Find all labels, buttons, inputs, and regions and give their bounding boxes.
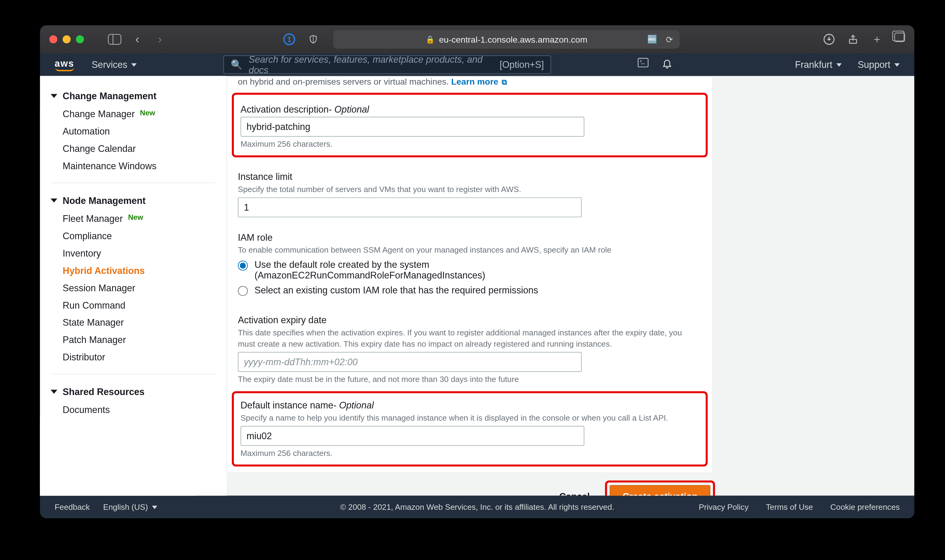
sidebar-item-automation[interactable]: Automation (40, 123, 226, 140)
forward-icon[interactable]: › (151, 31, 169, 48)
chevron-down-icon (131, 63, 137, 66)
default-instance-name-hint: Maximum 256 characters. (240, 448, 699, 458)
sidebar-item-run-command[interactable]: Run Command (40, 297, 226, 314)
sidebar-item-maintenance-windows[interactable]: Maintenance Windows (40, 157, 226, 175)
tab-overview-icon[interactable] (894, 32, 905, 42)
instance-limit-input[interactable] (238, 197, 582, 217)
global-search[interactable]: 🔍 Search for services, features, marketp… (223, 55, 551, 74)
privacy-shield-icon[interactable] (304, 31, 322, 48)
sidebar-item-change-manager[interactable]: Change Manager New (40, 105, 226, 123)
cookie-preferences-link[interactable]: Cookie preferences (830, 503, 900, 512)
optional-tag: Optional (332, 104, 369, 114)
new-badge: New (128, 213, 143, 221)
sidebar-item-label: Session Manager (63, 282, 135, 293)
share-icon[interactable] (846, 32, 860, 46)
feedback-link[interactable]: Feedback (54, 503, 89, 512)
sidebar-item-fleet-manager[interactable]: Fleet Manager New (40, 210, 226, 227)
sidebar-item-label: State Manager (63, 317, 124, 328)
sidebar-section-change-management[interactable]: Change Management (40, 87, 226, 105)
expiry-help: This date specifies when the activation … (238, 328, 697, 349)
sidebar-item-hybrid-activations[interactable]: Hybrid Activations (40, 262, 226, 279)
radio-label-line2: (AmazonEC2RunCommandRoleForManagedInstan… (254, 270, 485, 281)
sidebar-item-documents[interactable]: Documents (40, 401, 226, 418)
sidebar-item-label: Fleet Manager (63, 213, 123, 224)
sidebar-item-session-manager[interactable]: Session Manager (40, 279, 226, 297)
sidebar-item-label: Distributor (63, 352, 105, 363)
cancel-button[interactable]: Cancel (550, 486, 599, 496)
sidebar-item-patch-manager[interactable]: Patch Manager (40, 331, 226, 348)
search-placeholder: Search for services, features, marketpla… (249, 54, 500, 75)
region-label: Frankfurt (795, 59, 833, 70)
iam-role-radio-custom[interactable] (238, 286, 248, 296)
sidebar-divider (51, 183, 216, 183)
instance-limit-help: Specify the total number of servers and … (238, 184, 702, 194)
maximize-window-icon[interactable] (76, 35, 84, 43)
notifications-icon[interactable] (662, 58, 673, 71)
minimize-window-icon[interactable] (63, 35, 71, 43)
chevron-down-icon (51, 390, 57, 394)
field-label-text: Default instance name- (240, 400, 336, 410)
iam-role-radio-default[interactable] (238, 261, 248, 271)
iam-role-option-custom[interactable]: Select an existing custom IAM role that … (238, 285, 702, 296)
sidebar-item-compliance[interactable]: Compliance (40, 227, 226, 245)
sidebar-item-change-calendar[interactable]: Change Calendar (40, 140, 226, 157)
activation-description-label: Activation description- Optional (240, 104, 699, 114)
instance-limit-label: Instance limit (238, 171, 702, 182)
sidebar-item-label: Inventory (63, 248, 101, 258)
create-activation-button[interactable]: Create activation (610, 485, 710, 495)
traffic-lights (49, 35, 84, 43)
activation-description-hint: Maximum 256 characters. (240, 139, 699, 149)
radio-label-line1: Use the default role created by the syst… (254, 259, 485, 270)
lock-icon: 🔒 (426, 35, 435, 43)
footer: Feedback English (US) © 2008 - 2021, Ama… (40, 496, 914, 518)
sidebar-item-label: Change Calendar (63, 143, 136, 154)
chevron-down-icon (836, 63, 842, 66)
reload-icon[interactable]: ⟳ (666, 34, 673, 45)
downloads-icon[interactable] (822, 32, 836, 46)
close-window-icon[interactable] (49, 35, 57, 43)
default-instance-name-help: Specify a name to help you identify this… (240, 412, 699, 423)
aws-logo[interactable]: aws (54, 58, 74, 71)
intro-text: on hybrid and on-premises servers or vir… (227, 77, 713, 92)
search-shortcut: [Option+S] (500, 59, 544, 70)
external-link-icon: ⧉ (500, 78, 507, 86)
services-menu[interactable]: Services (92, 59, 137, 70)
back-icon[interactable]: ‹ (128, 31, 146, 48)
sidebar-section-shared-resources[interactable]: Shared Resources (40, 382, 226, 401)
sidebar-item-state-manager[interactable]: State Manager (40, 314, 226, 331)
sidebar-section-label: Shared Resources (63, 386, 145, 397)
translate-icon[interactable]: 🔤 (647, 35, 657, 44)
copyright: © 2008 - 2021, Amazon Web Services, Inc.… (340, 503, 614, 512)
iam-role-block: IAM role To enable communication between… (227, 223, 713, 306)
language-selector[interactable]: English (US) (103, 503, 157, 512)
activation-description-input[interactable] (240, 117, 585, 137)
new-tab-icon[interactable]: ＋ (870, 32, 884, 46)
support-menu[interactable]: Support (857, 59, 900, 70)
onepassword-icon[interactable]: 1 (280, 31, 299, 48)
cloudshell-icon[interactable] (638, 58, 648, 67)
sidebar: Change Management Change Manager New Aut… (40, 76, 226, 496)
sidebar-item-label: Run Command (63, 300, 125, 311)
sidebar-toggle-icon[interactable] (105, 31, 124, 48)
sidebar-item-label: Patch Manager (63, 334, 126, 345)
sidebar-item-distributor[interactable]: Distributor (40, 348, 226, 366)
form-actions: Cancel Create activation (226, 482, 713, 496)
sidebar-item-label: Automation (63, 126, 110, 137)
learn-more-link[interactable]: Learn more ⧉ (451, 77, 507, 87)
expiry-label: Activation expiry date (238, 315, 702, 325)
iam-role-option-default[interactable]: Use the default role created by the syst… (238, 259, 702, 281)
terms-of-use-link[interactable]: Terms of Use (766, 503, 813, 512)
sidebar-section-node-management[interactable]: Node Management (40, 191, 226, 210)
privacy-policy-link[interactable]: Privacy Policy (699, 503, 748, 512)
sidebar-item-inventory[interactable]: Inventory (40, 245, 226, 262)
chevron-down-icon (894, 63, 900, 66)
browser-window: ‹ › 1 🔒 eu-central-1.console.aws.amazon.… (40, 25, 914, 518)
language-label: English (US) (103, 503, 148, 512)
url-bar[interactable]: 🔒 eu-central-1.console.aws.amazon.com 🔤 … (333, 30, 680, 49)
activation-form-panel: on hybrid and on-premises servers or vir… (226, 76, 713, 473)
region-selector[interactable]: Frankfurt (795, 59, 842, 70)
expiry-hint: The expiry date must be in the future, a… (238, 374, 702, 384)
expiry-input[interactable] (238, 352, 582, 372)
default-instance-name-input[interactable] (240, 426, 585, 446)
instance-limit-block: Instance limit Specify the total number … (227, 162, 713, 223)
